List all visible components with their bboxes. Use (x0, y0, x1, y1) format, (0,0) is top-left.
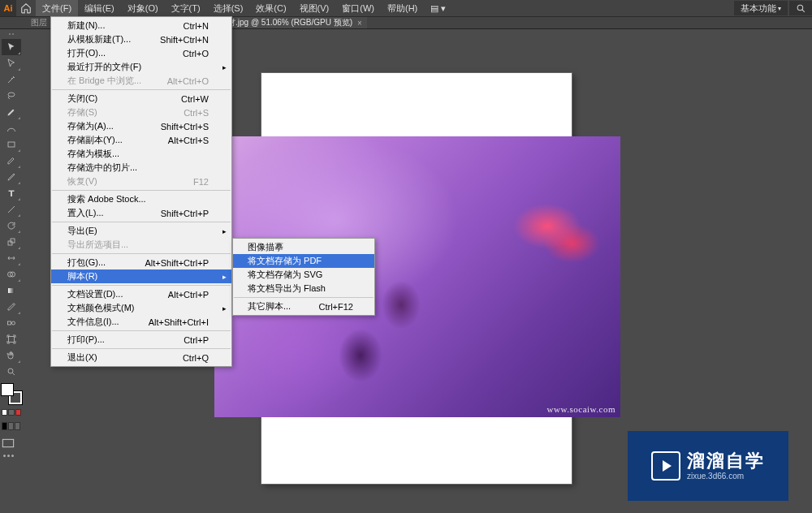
paintbrush-tool[interactable] (2, 153, 21, 169)
lasso-tool[interactable] (2, 88, 21, 104)
svg-point-2 (8, 93, 15, 97)
search-icon[interactable] (789, 1, 812, 15)
rectangle-tool[interactable] (2, 136, 21, 153)
eyedropper-tool[interactable] (2, 299, 21, 315)
menu-item-save-as[interactable]: 存储为(A)...Shift+Ctrl+S (51, 119, 231, 133)
menu-item-package[interactable]: 打包(G)...Alt+Shift+Ctrl+P (51, 256, 231, 269)
svg-point-0 (797, 5, 803, 11)
brand-subtext: zixue.3d66.com (687, 472, 765, 481)
brand-logo-icon (651, 451, 680, 481)
line-segment-tool[interactable] (2, 201, 21, 218)
menu-item-color-mode[interactable]: 文档颜色模式(M)▸ (51, 301, 231, 315)
menu-item-export-selected: 导出所选项目... (51, 238, 231, 252)
file-menu-dropdown: 新建(N)...Ctrl+N 从模板新建(T)...Shift+Ctrl+N 打… (50, 16, 232, 367)
menu-bar: Ai 文件(F) 编辑(E) 对象(O) 文字(T) 选择(S) 效果(C) 视… (0, 0, 812, 16)
menu-item-doc-setup[interactable]: 文档设置(D)...Alt+Ctrl+P (51, 287, 231, 301)
menu-item-quit[interactable]: 退出(X)Ctrl+Q (51, 351, 231, 364)
menu-item-export[interactable]: 导出(E)▸ (51, 224, 231, 238)
menu-item-revert: 恢复(V)F12 (51, 175, 231, 188)
pencil-tool[interactable] (2, 169, 21, 185)
menu-item-save-template[interactable]: 存储为模板... (51, 147, 231, 161)
type-tool[interactable] (2, 185, 21, 201)
script-save-svg[interactable]: 将文档存储为 SVG (233, 268, 374, 282)
close-icon[interactable]: × (357, 19, 362, 28)
svg-rect-15 (2, 439, 13, 446)
menu-effect[interactable]: 效果(C) (249, 0, 292, 16)
magic-wand-tool[interactable] (2, 71, 21, 88)
menu-item-scripts[interactable]: 脚本(R)▸ (51, 269, 231, 283)
shape-builder-tool[interactable] (2, 266, 21, 282)
watermark-text: www.socaiw.com (547, 404, 615, 414)
draw-mode-row[interactable] (2, 422, 21, 430)
svg-rect-5 (8, 241, 12, 245)
rotate-tool[interactable] (2, 218, 21, 234)
selection-tool[interactable] (2, 39, 21, 55)
script-image-trace[interactable]: 图像描摹 (233, 240, 374, 254)
brand-overlay: 溜溜自学 zixue.3d66.com (628, 431, 788, 501)
script-export-flash[interactable]: 将文档导出为 Flash (233, 282, 374, 295)
home-icon[interactable] (16, 0, 36, 16)
menu-item-save-slices[interactable]: 存储选中的切片... (51, 161, 231, 175)
color-mode-row[interactable] (2, 409, 21, 416)
svg-point-13 (8, 369, 13, 373)
scale-tool[interactable] (2, 234, 21, 250)
menu-select[interactable]: 选择(S) (207, 0, 250, 16)
toolbar-grip[interactable] (0, 31, 23, 37)
menu-item-browse-bridge: 在 Bridge 中浏览...Alt+Ctrl+O (51, 74, 231, 88)
direct-selection-tool[interactable] (2, 55, 21, 71)
menu-file[interactable]: 文件(F) (36, 0, 78, 16)
menu-item-place[interactable]: 置入(L)...Shift+Ctrl+P (51, 206, 231, 220)
artboard-tool[interactable] (2, 331, 21, 347)
fill-stroke-swatches[interactable] (1, 383, 22, 404)
pen-tool[interactable] (2, 104, 21, 120)
svg-rect-9 (8, 288, 15, 293)
tools-panel (0, 29, 23, 462)
menu-item-open[interactable]: 打开(O)...Ctrl+O (51, 46, 231, 60)
svg-line-4 (8, 206, 15, 213)
workspace-switcher[interactable]: 基本功能 ▾ (734, 1, 788, 15)
gradient-tool[interactable] (2, 282, 21, 299)
svg-point-11 (12, 321, 15, 325)
app-icon: Ai (0, 0, 16, 16)
script-other[interactable]: 其它脚本...Ctrl+F12 (233, 300, 374, 313)
svg-rect-6 (11, 239, 15, 243)
curvature-tool[interactable] (2, 120, 21, 136)
menu-view[interactable]: 视图(V) (293, 0, 336, 16)
scripts-submenu: 图像描摹 将文档存储为 PDF 将文档存储为 SVG 将文档导出为 Flash … (232, 238, 375, 316)
menu-item-close[interactable]: 关闭(C)Ctrl+W (51, 92, 231, 106)
menu-item-recent-files[interactable]: 最近打开的文件(F)▸ (51, 60, 231, 74)
blend-tool[interactable] (2, 315, 21, 331)
menu-type[interactable]: 文字(T) (165, 0, 207, 16)
menu-edit[interactable]: 编辑(E) (78, 0, 121, 16)
menu-help[interactable]: 帮助(H) (381, 0, 424, 16)
menu-item-print[interactable]: 打印(P)...Ctrl+P (51, 333, 231, 347)
menu-item-new[interactable]: 新建(N)...Ctrl+N (51, 19, 231, 32)
menu-window[interactable]: 窗口(W) (335, 0, 381, 16)
screen-mode-button[interactable] (2, 438, 21, 448)
zoom-tool[interactable] (2, 364, 21, 380)
width-tool[interactable] (2, 250, 21, 266)
fill-swatch[interactable] (1, 383, 14, 396)
menu-item-save-copy[interactable]: 存储副本(Y)...Alt+Ctrl+S (51, 133, 231, 147)
menu-item-save: 存储(S)Ctrl+S (51, 106, 231, 119)
svg-rect-10 (8, 321, 11, 325)
hand-tool[interactable] (2, 347, 21, 364)
brand-name: 溜溜自学 (687, 450, 765, 472)
svg-rect-3 (8, 142, 15, 147)
panel-tab-label[interactable]: 图层 (26, 16, 52, 29)
menu-item-adobe-stock[interactable]: 搜索 Adobe Stock... (51, 192, 231, 206)
script-save-pdf[interactable]: 将文档存储为 PDF (233, 254, 374, 268)
svg-rect-12 (9, 337, 15, 343)
menu-item-file-info[interactable]: 文件信息(I)...Alt+Shift+Ctrl+I (51, 315, 231, 329)
edit-toolbar-button[interactable] (3, 455, 19, 457)
menu-extras-icon[interactable]: ▤ ▾ (424, 0, 452, 16)
menu-object[interactable]: 对象(O) (121, 0, 165, 16)
svg-line-14 (12, 373, 15, 375)
menu-item-new-template[interactable]: 从模板新建(T)...Shift+Ctrl+N (51, 32, 231, 46)
svg-line-1 (801, 9, 804, 11)
